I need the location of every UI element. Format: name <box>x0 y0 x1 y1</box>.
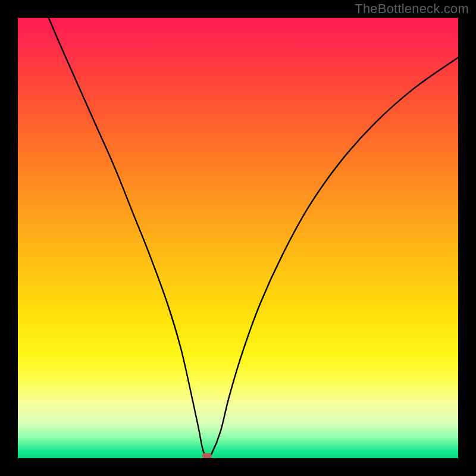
chart-frame <box>0 0 476 476</box>
plot-area <box>18 18 458 458</box>
optimum-marker <box>202 453 212 459</box>
bottleneck-curve <box>18 18 458 458</box>
watermark-text: TheBottleneck.com <box>355 1 469 17</box>
